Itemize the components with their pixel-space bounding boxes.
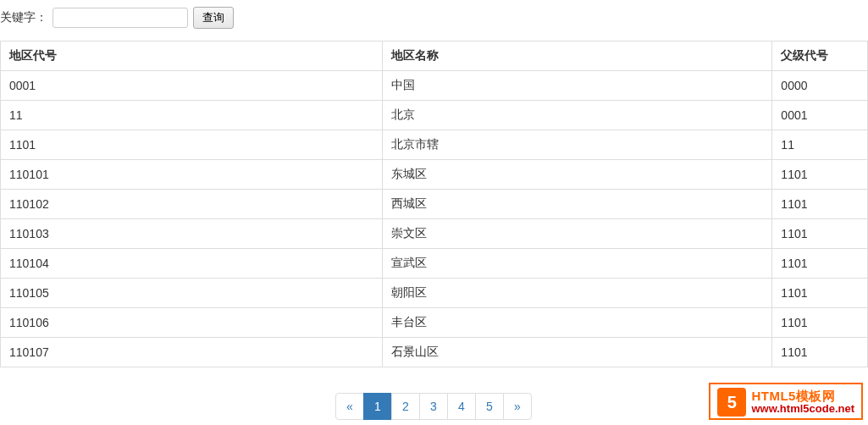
cell-name: 朝阳区	[382, 279, 772, 308]
search-button[interactable]: 查询	[193, 7, 234, 29]
cell-code: 110101	[1, 160, 383, 190]
cell-code: 0001	[1, 71, 383, 101]
cell-code: 110103	[1, 219, 383, 249]
table-row: 0001中国0000	[1, 71, 868, 101]
watermark-title: HTML5模板网	[751, 389, 854, 404]
cell-name: 西城区	[382, 190, 772, 219]
table-row: 110107石景山区1101	[1, 338, 868, 367]
cell-code: 110104	[1, 249, 383, 279]
table-header-row: 地区代号 地区名称 父级代号	[1, 41, 868, 71]
cell-name: 东城区	[382, 160, 772, 190]
page-prev[interactable]: «	[335, 393, 364, 420]
cell-parent: 1101	[772, 308, 868, 338]
page-4[interactable]: 4	[447, 393, 476, 420]
cell-parent: 0001	[772, 101, 868, 130]
header-code: 地区代号	[1, 41, 383, 71]
table-row: 110106丰台区1101	[1, 308, 868, 338]
cell-name: 中国	[382, 71, 772, 101]
search-label: 关键字：	[0, 10, 47, 25]
cell-code: 1101	[1, 130, 383, 160]
region-table: 地区代号 地区名称 父级代号 0001中国000011北京00011101北京市…	[0, 41, 868, 367]
watermark-url: www.html5code.net	[751, 403, 854, 415]
search-input[interactable]	[53, 8, 188, 28]
cell-parent: 1101	[772, 190, 868, 219]
page-5[interactable]: 5	[475, 393, 504, 420]
cell-name: 北京	[382, 101, 772, 130]
table-row: 1101北京市辖11	[1, 130, 868, 160]
cell-parent: 1101	[772, 219, 868, 249]
cell-code: 11	[1, 101, 383, 130]
search-bar: 关键字： 查询	[0, 0, 868, 36]
table-row: 110102西城区1101	[1, 190, 868, 219]
table-row: 110103崇文区1101	[1, 219, 868, 249]
page-3[interactable]: 3	[419, 393, 448, 420]
cell-parent: 1101	[772, 279, 868, 308]
cell-name: 北京市辖	[382, 130, 772, 160]
page-2[interactable]: 2	[391, 393, 420, 420]
header-name: 地区名称	[382, 41, 772, 71]
cell-name: 丰台区	[382, 308, 772, 338]
cell-name: 崇文区	[382, 219, 772, 249]
table-row: 110104宣武区1101	[1, 249, 868, 279]
table-row: 110101东城区1101	[1, 160, 868, 190]
cell-code: 110107	[1, 338, 383, 367]
watermark: 5 HTML5模板网 www.html5code.net	[709, 383, 863, 420]
table-row: 110105朝阳区1101	[1, 279, 868, 308]
cell-name: 宣武区	[382, 249, 772, 279]
table-row: 11北京0001	[1, 101, 868, 130]
cell-code: 110102	[1, 190, 383, 219]
cell-parent: 11	[772, 130, 868, 160]
page-1[interactable]: 1	[363, 393, 392, 420]
cell-parent: 1101	[772, 249, 868, 279]
cell-parent: 1101	[772, 338, 868, 367]
cell-parent: 1101	[772, 160, 868, 190]
page-next[interactable]: »	[503, 393, 532, 420]
watermark-text: HTML5模板网 www.html5code.net	[751, 389, 854, 416]
watermark-logo-icon: 5	[717, 388, 746, 417]
cell-parent: 0000	[772, 71, 868, 101]
cell-code: 110106	[1, 308, 383, 338]
cell-code: 110105	[1, 279, 383, 308]
cell-name: 石景山区	[382, 338, 772, 367]
header-parent: 父级代号	[772, 41, 868, 71]
